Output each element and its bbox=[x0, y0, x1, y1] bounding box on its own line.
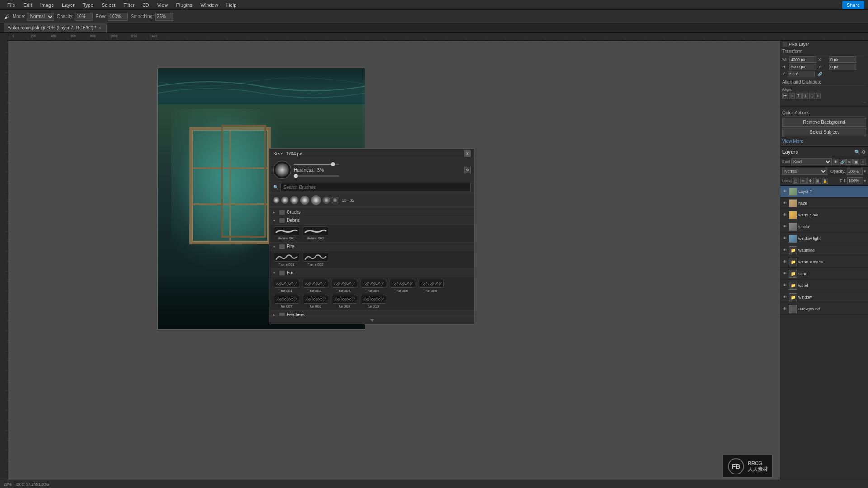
menu-select[interactable]: Select bbox=[98, 1, 119, 9]
align-left-btn[interactable]: ⊢ bbox=[782, 93, 788, 99]
layer-eye-1[interactable]: 👁 bbox=[782, 201, 788, 206]
select-subject-button[interactable]: Select Subject bbox=[782, 128, 866, 136]
layer-smart-btn[interactable]: T bbox=[860, 159, 866, 165]
menu-type[interactable]: Type bbox=[79, 1, 97, 9]
layer-eye-0[interactable]: 👁 bbox=[782, 189, 788, 194]
layer-eye-4[interactable]: 👁 bbox=[782, 236, 788, 241]
layer-item[interactable]: 👁 window light bbox=[780, 233, 868, 244]
preset-1[interactable] bbox=[273, 197, 279, 203]
layer-eye-5[interactable]: 👁 bbox=[782, 248, 788, 253]
preset-3[interactable] bbox=[290, 196, 298, 204]
brush-item[interactable]: fur 005 bbox=[389, 279, 416, 293]
layer-item[interactable]: 👁 haze bbox=[780, 197, 868, 209]
layers-search-icon[interactable]: 🔍 bbox=[854, 149, 860, 155]
brush-item[interactable]: fur 004 bbox=[360, 279, 387, 293]
opacity-input[interactable] bbox=[75, 13, 93, 21]
more-options-dots[interactable]: ··· bbox=[782, 100, 866, 105]
lock-brush-btn[interactable]: ✏ bbox=[800, 178, 807, 184]
brush-list[interactable]: ▸ Cracks ▾ Debris debris 001 debris 002 … bbox=[269, 207, 474, 323]
align-top-btn[interactable]: ⊥ bbox=[802, 93, 808, 99]
brush-item[interactable]: fur 001 bbox=[273, 279, 300, 293]
opacity-arrow[interactable]: ▾ bbox=[864, 169, 866, 174]
align-center-h-btn[interactable]: ⊣ bbox=[789, 93, 795, 99]
fill-input[interactable] bbox=[847, 177, 863, 184]
brush-settings-icon[interactable]: ⚙ bbox=[464, 167, 471, 173]
mode-select[interactable]: Normal bbox=[27, 13, 54, 21]
lock-transparent-btn[interactable]: ◻ bbox=[793, 178, 799, 184]
menu-file[interactable]: File bbox=[4, 1, 19, 9]
layer-item[interactable]: 👁 📁 wood bbox=[780, 280, 868, 291]
layer-link-btn[interactable]: 🔗 bbox=[840, 159, 846, 165]
brush-item[interactable]: debris 002 bbox=[302, 226, 329, 240]
preset-2[interactable] bbox=[281, 197, 288, 204]
align-center-v-btn[interactable]: ⊡ bbox=[809, 93, 815, 99]
brush-item[interactable]: fur 007 bbox=[273, 295, 300, 309]
preset-6[interactable] bbox=[323, 197, 330, 204]
layer-mask-btn[interactable]: ▣ bbox=[853, 159, 859, 165]
share-button[interactable]: Share bbox=[842, 1, 864, 9]
brush-item[interactable]: debris 001 bbox=[273, 226, 300, 240]
layer-item[interactable]: 👁 📁 sand bbox=[780, 268, 868, 280]
view-more-link[interactable]: View More bbox=[782, 138, 866, 145]
brush-item[interactable]: flame 001 bbox=[273, 253, 300, 267]
brush-category-row[interactable]: ▾ Fire bbox=[269, 243, 474, 251]
brush-category-row[interactable]: ▾ Debris bbox=[269, 216, 474, 225]
brush-item[interactable]: fur 003 bbox=[331, 279, 358, 293]
align-right-btn[interactable]: ⊤ bbox=[796, 93, 802, 99]
close-tab-icon[interactable]: ✕ bbox=[98, 26, 102, 30]
kind-select[interactable]: Kind bbox=[791, 158, 832, 165]
layer-eye-7[interactable]: 👁 bbox=[782, 271, 788, 277]
preset-5[interactable] bbox=[311, 195, 321, 205]
size-slider[interactable] bbox=[294, 164, 339, 165]
layer-eye-8[interactable]: 👁 bbox=[782, 283, 788, 288]
fill-arrow[interactable]: ▾ bbox=[864, 178, 866, 183]
smoothing-input[interactable] bbox=[155, 13, 173, 21]
layer-item[interactable]: 👁 📁 window bbox=[780, 291, 868, 303]
brush-category-row[interactable]: ▸ Cracks bbox=[269, 208, 474, 216]
brush-item[interactable]: flame 002 bbox=[302, 253, 329, 267]
menu-plugins[interactable]: Plugins bbox=[172, 1, 196, 9]
layer-item[interactable]: 👁 Background bbox=[780, 303, 868, 315]
h-input[interactable] bbox=[789, 64, 816, 70]
lock-all-btn[interactable]: 🔒 bbox=[822, 178, 828, 184]
x-input[interactable] bbox=[829, 56, 856, 63]
brush-item[interactable]: fur 009 bbox=[331, 295, 358, 309]
align-bottom-btn[interactable]: ⊦ bbox=[816, 93, 821, 99]
remove-background-button[interactable]: Remove Background bbox=[782, 118, 866, 127]
brush-item[interactable]: fur 006 bbox=[418, 279, 445, 293]
menu-edit[interactable]: Edit bbox=[20, 1, 36, 9]
w-input[interactable] bbox=[789, 56, 816, 63]
y-input[interactable] bbox=[829, 64, 856, 70]
opacity-input[interactable] bbox=[847, 168, 863, 175]
brush-category-row[interactable]: ▾ Fur bbox=[269, 269, 474, 277]
document-tab[interactable]: water room.psb @ 20% (Layer 7, RGB/8#) *… bbox=[4, 23, 107, 32]
angle-input[interactable] bbox=[788, 71, 815, 77]
layer-item[interactable]: 👁 📁 water surface bbox=[780, 256, 868, 268]
layer-eye-10[interactable]: 👁 bbox=[782, 306, 788, 312]
menu-help[interactable]: Help bbox=[223, 1, 241, 9]
layer-eye-6[interactable]: 👁 bbox=[782, 259, 788, 265]
layer-fx-btn[interactable]: fx bbox=[846, 159, 853, 165]
layer-item[interactable]: 👁 warm glow bbox=[780, 209, 868, 221]
brush-search-input[interactable] bbox=[280, 183, 471, 191]
layer-item[interactable]: 👁 smoke bbox=[780, 221, 868, 233]
menu-filter[interactable]: Filter bbox=[120, 1, 138, 9]
layer-eye-3[interactable]: 👁 bbox=[782, 224, 788, 230]
hardness-slider[interactable] bbox=[294, 175, 339, 177]
lock-artboard-btn[interactable]: ⊞ bbox=[815, 178, 821, 184]
layer-visibility-btn[interactable]: 👁 bbox=[833, 159, 839, 165]
preset-4[interactable] bbox=[300, 196, 309, 205]
layer-item[interactable]: 👁 📁 waterline bbox=[780, 244, 868, 256]
menu-3d[interactable]: 3D bbox=[139, 1, 153, 9]
layers-options-icon[interactable]: ⚙ bbox=[861, 149, 866, 155]
brush-scroll-down[interactable] bbox=[370, 319, 374, 322]
blend-mode-select[interactable]: Normal bbox=[782, 168, 827, 175]
brush-item[interactable]: fur 010 bbox=[360, 295, 387, 309]
menu-window[interactable]: Window bbox=[197, 1, 222, 9]
lock-position-btn[interactable]: ✥ bbox=[807, 178, 814, 184]
flow-input[interactable] bbox=[108, 13, 128, 21]
layer-item[interactable]: 👁 Layer 7 bbox=[780, 186, 868, 197]
menu-image[interactable]: Image bbox=[37, 1, 58, 9]
brush-item[interactable]: fur 008 bbox=[302, 295, 329, 309]
brush-picker-close[interactable]: ✕ bbox=[464, 150, 471, 157]
